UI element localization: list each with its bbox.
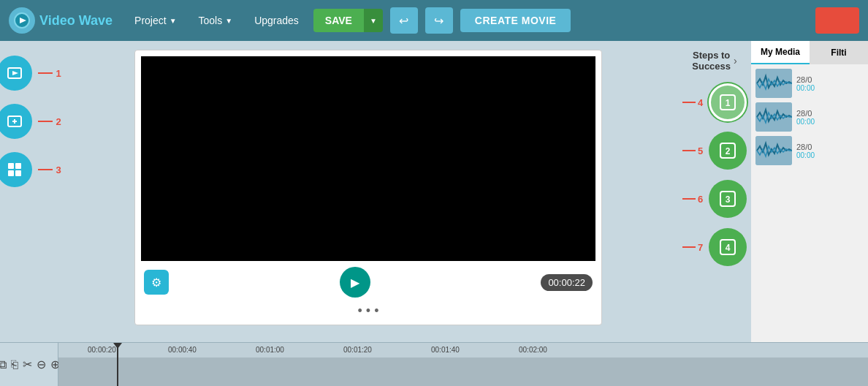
media-duration-2: 00:00 — [796, 118, 815, 126]
media-date-3: 28/0 — [796, 143, 815, 151]
ruler-mark-1: 00:00:20 — [88, 346, 116, 354]
ruler-mark-5: 00:01:40 — [431, 346, 460, 354]
play-button[interactable]: ▶ — [340, 267, 370, 298]
media-duration-3: 00:00 — [796, 151, 815, 159]
upgrades-menu[interactable]: Upgrades — [247, 10, 306, 31]
step-6-button[interactable]: 3 — [709, 180, 747, 218]
logo-text: Video Wave — [39, 13, 113, 29]
media-panel: My Media Filti 28/0 00:00 — [751, 41, 868, 342]
svg-marker-3 — [12, 71, 18, 75]
more-button[interactable]: • • • — [141, 303, 595, 319]
tool-group-2: 2 — [0, 104, 61, 139]
redo-button[interactable]: ↪ — [425, 7, 453, 34]
timeline-tools: ⧉ ⎗ ✂ ⊖ ⊕ — [0, 343, 58, 386]
settings-button[interactable]: ⚙ — [144, 270, 169, 295]
step-label-5: 5 — [682, 145, 703, 156]
step-label-6: 6 — [682, 194, 703, 205]
svg-rect-8 — [15, 163, 21, 169]
steps-title-line2: Success — [692, 61, 731, 72]
undo-button[interactable]: ↩ — [390, 7, 418, 34]
tools-dropdown-arrow: ▼ — [225, 17, 232, 25]
ruler-mark-3: 00:01:00 — [256, 346, 284, 354]
media-thumbnail-3 — [755, 136, 792, 165]
step-7-button[interactable]: 4 — [709, 228, 747, 266]
time-display: 00:00:22 — [541, 274, 593, 291]
tool-label-3: 3 — [38, 164, 61, 175]
ruler-mark-4: 00:01:20 — [343, 346, 372, 354]
left-tools: 1 2 — [0, 41, 58, 342]
save-button[interactable]: SAVE — [313, 9, 364, 32]
add-tool-button[interactable] — [0, 104, 32, 139]
tab-filters[interactable]: Filti — [810, 41, 868, 64]
media-duration-1: 00:00 — [796, 84, 815, 92]
media-thumbnail-1 — [755, 69, 792, 98]
tool-group-3: 3 — [0, 152, 61, 187]
steps-panel: Steps to Success › 4 1 5 — [678, 41, 751, 342]
video-controls: ⚙ ▶ 00:00:22 — [141, 261, 595, 300]
step-group-7: 7 4 — [682, 228, 747, 266]
layout-tool-button[interactable] — [0, 152, 32, 187]
list-item[interactable]: 28/0 00:00 — [755, 102, 864, 132]
step-group-5: 5 2 — [682, 132, 747, 170]
step-label-7: 7 — [682, 242, 703, 253]
navbar: Video Wave Project ▼ Tools ▼ Upgrades SA… — [0, 0, 868, 41]
main-content: 1 2 — [0, 41, 868, 342]
tool-label-2: 2 — [38, 116, 61, 127]
svg-text:2: 2 — [726, 146, 731, 156]
media-items: 28/0 00:00 28/0 00:00 — [751, 64, 868, 342]
zoom-out-button[interactable]: ⊖ — [37, 356, 46, 374]
video-container: ⚙ ▶ 00:00:22 • • • — [134, 50, 602, 325]
copy-button[interactable]: ⧉ — [0, 356, 7, 374]
paste-button[interactable]: ⎗ — [11, 356, 18, 374]
svg-text:3: 3 — [726, 194, 731, 205]
timeline: ⧉ ⎗ ✂ ⊖ ⊕ 00:00:20 00:00:40 00:01:00 00:… — [0, 342, 868, 386]
project-menu[interactable]: Project ▼ — [127, 10, 183, 31]
timeline-bar-area — [58, 357, 868, 386]
playhead — [117, 343, 118, 386]
step-label-4: 4 — [682, 97, 703, 108]
step-group-4: 4 1 — [682, 83, 747, 121]
step-4-button[interactable]: 1 — [709, 83, 747, 121]
ruler-mark-2: 00:00:40 — [168, 346, 197, 354]
list-item[interactable]: 28/0 00:00 — [755, 136, 864, 165]
video-area: ⚙ ▶ 00:00:22 • • • — [58, 41, 678, 342]
user-area — [815, 7, 859, 34]
tool-group-1: 1 — [0, 56, 61, 91]
save-dropdown-button[interactable]: ▼ — [364, 9, 383, 32]
svg-rect-7 — [8, 163, 14, 169]
svg-text:1: 1 — [726, 98, 731, 108]
steps-header: Steps to Success › — [692, 50, 736, 72]
video-screen — [141, 56, 595, 261]
list-item[interactable]: 28/0 00:00 — [755, 69, 864, 98]
media-tabs: My Media Filti — [751, 41, 868, 64]
tab-my-media[interactable]: My Media — [751, 41, 810, 64]
media-tool-button[interactable] — [0, 56, 32, 91]
timeline-track: 00:00:20 00:00:40 00:01:00 00:01:20 00:0… — [58, 343, 868, 386]
save-group: SAVE ▼ — [313, 9, 383, 32]
step-group-6: 6 3 — [682, 180, 747, 218]
logo-icon — [9, 7, 35, 34]
svg-rect-10 — [15, 170, 21, 176]
step-5-button[interactable]: 2 — [709, 132, 747, 170]
create-movie-button[interactable]: CREATE MOVIE — [460, 9, 571, 32]
cut-button[interactable]: ✂ — [23, 356, 32, 374]
steps-title-line1: Steps to — [692, 50, 731, 61]
svg-rect-9 — [8, 170, 14, 176]
project-dropdown-arrow: ▼ — [170, 17, 177, 25]
timeline-ruler: 00:00:20 00:00:40 00:01:00 00:01:20 00:0… — [58, 343, 868, 357]
tool-label-1: 1 — [38, 68, 61, 79]
media-date-2: 28/0 — [796, 109, 815, 118]
media-date-1: 28/0 — [796, 75, 815, 84]
steps-arrow-icon[interactable]: › — [734, 55, 737, 67]
media-thumbnail-2 — [755, 102, 792, 132]
tools-menu[interactable]: Tools ▼ — [191, 10, 240, 31]
logo-area: Video Wave — [9, 7, 113, 34]
svg-text:4: 4 — [726, 243, 731, 253]
ruler-mark-6: 00:02:00 — [519, 346, 547, 354]
